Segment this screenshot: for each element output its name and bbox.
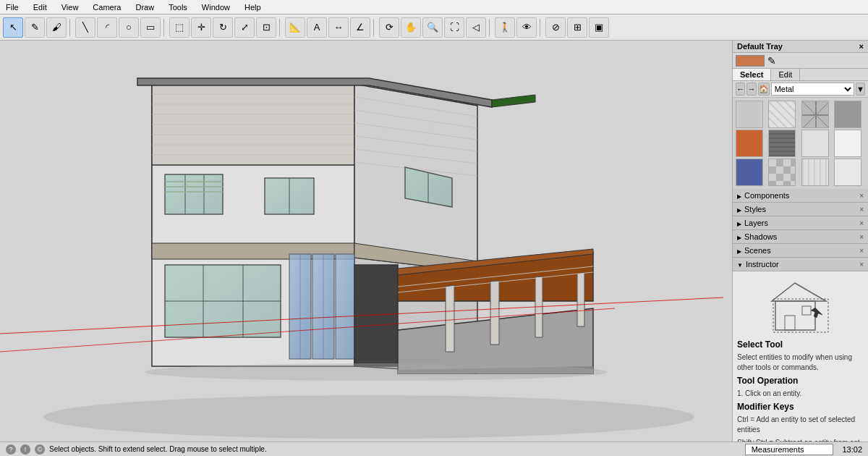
scenes-section[interactable]: Scenes × (733, 244, 868, 258)
shadows-label: Shadows (744, 232, 777, 241)
menu-help[interactable]: Help (242, 3, 264, 12)
menu-window[interactable]: Window (199, 3, 233, 12)
material-cell-5[interactable] (736, 130, 763, 157)
svg-rect-24 (165, 174, 223, 214)
svg-rect-64 (776, 166, 783, 174)
svg-marker-49 (490, 281, 499, 345)
walk-button[interactable]: 🚶 (495, 17, 515, 38)
tray-header: Default Tray × (733, 41, 868, 53)
building-scene (43, 62, 694, 442)
material-cell-11[interactable] (801, 159, 829, 186)
material-cell-9[interactable] (736, 159, 763, 186)
toolbar-separator-4 (373, 19, 376, 36)
components-close-icon[interactable]: × (859, 192, 864, 200)
shadows-close-icon[interactable]: × (859, 233, 864, 241)
measurements-box[interactable]: Measurements (745, 444, 834, 455)
shadows-section[interactable]: Shadows × (733, 230, 868, 244)
material-cell-4[interactable] (834, 101, 861, 128)
svg-marker-50 (535, 276, 542, 337)
arc-tool-button[interactable]: ◜ (97, 17, 117, 38)
material-cell-1[interactable] (736, 101, 763, 128)
statusbar: ? ! © Select objects. Shift to extend se… (0, 442, 868, 456)
tab-select[interactable]: Select (733, 69, 771, 80)
menu-view[interactable]: View (59, 3, 82, 12)
styles-section[interactable]: Styles × (733, 203, 868, 216)
dimension-button[interactable]: ↔ (328, 17, 349, 38)
warning-icon[interactable]: ! (20, 444, 30, 455)
prev-view-button[interactable]: ◁ (466, 17, 486, 38)
scale-button[interactable]: ⤢ (234, 17, 255, 38)
components-section[interactable]: Components × (733, 189, 868, 203)
svg-rect-69 (783, 174, 791, 181)
instructor-section[interactable]: Instructor × (733, 258, 868, 271)
group-button[interactable]: ▣ (589, 17, 609, 38)
material-category-select[interactable]: Metal Brick and Cladding Colors Glass an… (771, 83, 854, 96)
push-pull-button[interactable]: ⬚ (169, 17, 190, 38)
rect-tool-button[interactable]: ▭ (140, 17, 161, 38)
zoom-extents-button[interactable]: ⛶ (444, 17, 464, 38)
info-icon[interactable]: © (35, 444, 45, 455)
menu-file[interactable]: File (3, 3, 22, 12)
tab-edit[interactable]: Edit (771, 69, 800, 80)
mat-home-button[interactable]: 🏠 (758, 83, 770, 96)
svg-marker-75 (811, 308, 822, 318)
styles-close-icon[interactable]: × (859, 206, 864, 214)
styles-label: Styles (744, 205, 766, 214)
toolbar: ↖ ✎ 🖌 ╲ ◜ ○ ▭ ⬚ ✛ ↻ ⤢ ⊡ 📐 A ↔ ∠ ⟳ ✋ 🔍 ⛶ … (0, 14, 868, 41)
material-cell-3[interactable] (801, 101, 829, 128)
svg-marker-51 (577, 273, 584, 326)
paint-tool-button[interactable]: 🖌 (46, 17, 67, 38)
material-cell-8[interactable] (834, 130, 861, 157)
tray-close-icon[interactable]: × (859, 42, 864, 51)
statusbar-right: Measurements 13:02 (745, 444, 862, 455)
material-cell-7[interactable] (801, 130, 829, 157)
text-button[interactable]: A (307, 17, 327, 38)
mat-options-button[interactable]: ▼ (856, 83, 865, 96)
material-cell-12[interactable] (834, 159, 861, 186)
menubar: File Edit View Camera Draw Tools Window … (0, 0, 868, 14)
help-icon[interactable]: ? (6, 444, 16, 455)
select-tool-button[interactable]: ↖ (3, 17, 23, 38)
layers-chevron-icon (737, 219, 741, 227)
scenes-close-icon[interactable]: × (859, 247, 864, 255)
rotate-button[interactable]: ↻ (213, 17, 233, 38)
line-tool-button[interactable]: ╲ (75, 17, 95, 38)
pan-button[interactable]: ✋ (401, 17, 421, 38)
material-cell-2[interactable] (768, 101, 796, 128)
instructor-diagram (765, 276, 837, 334)
offset-button[interactable]: ⊡ (256, 17, 276, 38)
layers-section[interactable]: Layers × (733, 216, 868, 230)
toolbar-separator-3 (279, 19, 282, 36)
menu-edit[interactable]: Edit (30, 3, 50, 12)
zoom-button[interactable]: 🔍 (422, 17, 443, 38)
menu-tools[interactable]: Tools (166, 3, 190, 12)
eraser-tool-button[interactable]: ✎ (25, 17, 45, 38)
component-button[interactable]: ⊞ (567, 17, 587, 38)
menu-camera[interactable]: Camera (90, 3, 124, 12)
mat-forward-button[interactable]: → (746, 83, 756, 96)
scenes-label: Scenes (744, 246, 771, 255)
protractor-button[interactable]: ∠ (350, 17, 370, 38)
viewport[interactable] (0, 41, 732, 442)
section-cut-button[interactable]: ⊘ (545, 17, 566, 38)
mat-back-button[interactable]: ← (736, 83, 745, 96)
orbit-button[interactable]: ⟳ (379, 17, 399, 38)
svg-rect-66 (791, 166, 796, 174)
instructor-label: Instructor (746, 260, 779, 269)
instructor-close-icon[interactable]: × (859, 261, 864, 269)
layers-close-icon[interactable]: × (859, 219, 864, 227)
svg-marker-48 (446, 285, 454, 352)
circle-tool-button[interactable]: ○ (119, 17, 139, 38)
swatch-pencil-icon[interactable]: ✎ (767, 55, 776, 67)
material-cell-10[interactable] (768, 159, 796, 186)
tape-button[interactable]: 📐 (285, 17, 305, 38)
svg-rect-40 (336, 254, 354, 359)
foreground-color-swatch[interactable] (736, 55, 765, 67)
menu-draw[interactable]: Draw (132, 3, 157, 12)
look-button[interactable]: 👁 (516, 17, 537, 38)
material-tabs: Select Edit (733, 69, 868, 81)
move-button[interactable]: ✛ (191, 17, 211, 38)
material-cell-6[interactable] (768, 130, 796, 157)
svg-rect-68 (776, 181, 783, 186)
components-chevron-icon (737, 191, 741, 200)
